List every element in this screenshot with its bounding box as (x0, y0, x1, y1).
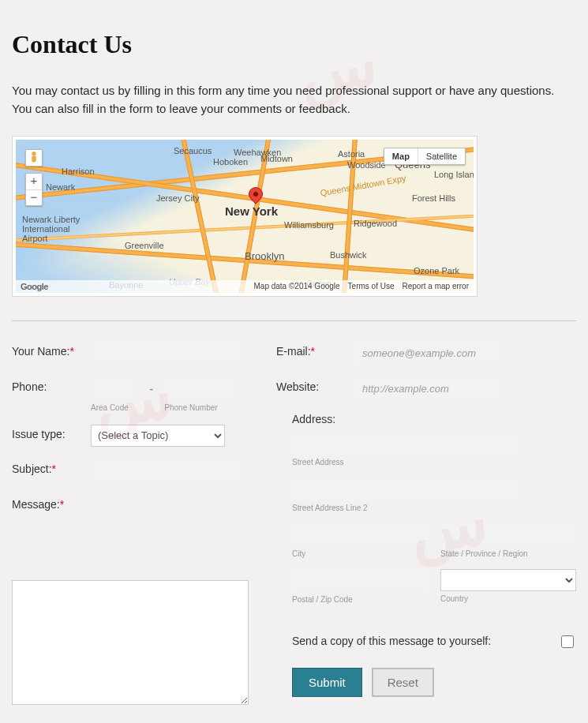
map-label: Queens Midtown Expy (320, 173, 406, 197)
phone-number-input[interactable] (164, 377, 235, 400)
phone-dash: - (149, 377, 153, 396)
map-label: Newark (46, 182, 75, 192)
reset-button[interactable]: Reset (372, 668, 434, 697)
svg-rect-1 (32, 155, 36, 162)
city-input[interactable] (292, 523, 428, 546)
postal-input[interactable] (292, 569, 428, 592)
country-sublabel: Country (440, 594, 576, 603)
map-label: Woodside (347, 160, 386, 170)
country-select[interactable] (440, 569, 576, 591)
street-input[interactable] (292, 432, 521, 455)
website-label: Website: (276, 377, 355, 393)
map-terms-link[interactable]: Terms of Use (348, 282, 395, 290)
page-title: Contact Us (12, 30, 576, 59)
intro-text: You may contact us by filling in this fo… (12, 81, 576, 118)
zoom-in-button[interactable]: + (26, 174, 42, 189)
phone-label: Phone: (12, 377, 91, 393)
map-label: Long Island (434, 170, 474, 179)
city-sublabel: City (292, 549, 428, 558)
contact-form: Your Name:* Phone: Area Code - Phone Num (12, 342, 576, 717)
message-textarea[interactable] (12, 580, 249, 705)
copy-label: Send a copy of this message to yourself: (292, 634, 558, 650)
map-footer: Google Map data ©2014 Google Terms of Us… (16, 280, 474, 293)
zoom-out-button[interactable]: − (26, 189, 42, 205)
map-label: Bushwick (330, 250, 366, 260)
map-label: Greenville (125, 241, 164, 250)
issue-label: Issue type: (12, 425, 91, 440)
map-type-satellite[interactable]: Satellite (418, 148, 465, 164)
map-type-map[interactable]: Map (384, 148, 418, 164)
map-container: Secaucus Weehawken Hoboken Midtown Astor… (12, 136, 478, 297)
zoom-control: + − (25, 173, 43, 206)
map-label: Hoboken (213, 157, 248, 167)
map-label: Brooklyn (245, 250, 285, 262)
map-type-toggle: Map Satellite (384, 148, 466, 165)
map-label: Newark Liberty International Airport (22, 215, 87, 243)
email-label: E-mail:* (276, 342, 355, 358)
map-label: Ozone Park (414, 266, 459, 275)
issue-select[interactable]: (Select a Topic) (91, 425, 225, 447)
copy-checkbox[interactable] (561, 635, 574, 648)
subject-input[interactable] (91, 459, 241, 482)
map-label: Williamsburg (284, 220, 334, 230)
divider (12, 320, 576, 321)
map-label: Ridgewood (354, 219, 397, 228)
name-label: Your Name:* (12, 342, 91, 358)
state-input[interactable] (440, 523, 576, 546)
map-label: Forest Hills (412, 193, 455, 203)
map[interactable]: Secaucus Weehawken Hoboken Midtown Astor… (16, 140, 474, 293)
street2-input[interactable] (292, 478, 521, 500)
name-input[interactable] (91, 342, 241, 365)
map-label: Harrison (62, 167, 95, 176)
svg-point-0 (32, 151, 36, 155)
website-input[interactable] (355, 377, 501, 400)
postal-sublabel: Postal / Zip Code (292, 595, 428, 604)
phone-area-input[interactable] (91, 377, 138, 400)
message-label: Message:* (12, 495, 64, 574)
street2-sublabel: Street Address Line 2 (292, 504, 576, 512)
state-sublabel: State / Province / Region (440, 549, 576, 558)
pegman-button[interactable] (25, 149, 43, 167)
phone-number-sublabel: Phone Number (164, 403, 235, 412)
map-label: Jersey City (156, 193, 199, 203)
address-label: Address: (292, 413, 576, 425)
map-report-link[interactable]: Report a map error (403, 282, 469, 290)
phone-area-sublabel: Area Code (91, 403, 138, 412)
street-sublabel: Street Address (292, 458, 576, 466)
subject-label: Subject:* (12, 459, 91, 475)
google-logo: Google (21, 282, 48, 291)
map-label: Midtown (260, 154, 293, 163)
map-label: Astoria (338, 149, 365, 159)
map-center-label: New York (225, 204, 278, 218)
submit-button[interactable]: Submit (292, 668, 362, 697)
map-label: Secaucus (174, 146, 212, 155)
email-input[interactable] (355, 342, 501, 365)
map-data-text: Map data ©2014 Google (253, 282, 339, 290)
